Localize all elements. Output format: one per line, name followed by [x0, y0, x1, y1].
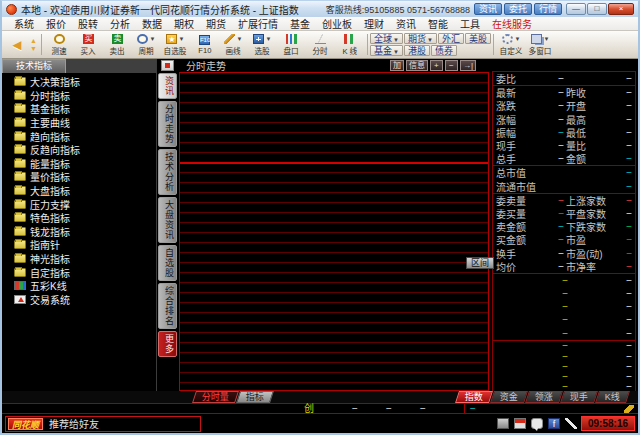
- toolbar-tool-button[interactable]: ★▼ 自选股: [162, 33, 189, 56]
- quote-mini-tab[interactable]: 指数: [455, 391, 493, 403]
- tree-item[interactable]: 交易系统: [14, 293, 156, 307]
- tree-item[interactable]: 趋向指标: [14, 129, 156, 143]
- down-icon[interactable]: ▼: [30, 45, 37, 53]
- chart-header-button[interactable]: 加: [390, 60, 404, 71]
- titlebar-quick-button[interactable]: 资讯: [474, 3, 502, 15]
- toolbar-tool-button[interactable]: ▼ 周期: [133, 33, 160, 56]
- tree-item[interactable]: 基金指标: [14, 102, 156, 116]
- menu-item[interactable]: 理财: [358, 16, 390, 31]
- menu-item[interactable]: 工具: [454, 16, 486, 31]
- tab-technical-indicators[interactable]: 技术指标: [2, 59, 66, 73]
- market-button[interactable]: 债券▼: [431, 45, 457, 56]
- market-button[interactable]: 外汇▼: [438, 33, 464, 44]
- menu-item[interactable]: 智能: [422, 16, 454, 31]
- statusbar: 同花顺 推荐给好友 f 09:58:16: [2, 414, 638, 433]
- market-button[interactable]: 期货▼: [404, 33, 437, 44]
- close-button[interactable]: ×: [608, 3, 634, 15]
- tree-item[interactable]: 钱龙指标: [14, 225, 156, 239]
- folder-icon: [14, 227, 26, 236]
- tree-item[interactable]: 分时指标: [14, 89, 156, 103]
- chart-header-button[interactable]: −: [445, 60, 458, 71]
- hotline-text: 客服热线:95105885 0571-56768888: [326, 3, 470, 16]
- back-icon[interactable]: ◄: [6, 35, 28, 55]
- toolbar-tool-button[interactable]: ▼ 多窗口: [527, 33, 554, 56]
- news-icon[interactable]: [161, 60, 174, 71]
- order-row: − −: [493, 300, 635, 313]
- toolbar-tool-button[interactable]: 卖▼ 卖出: [104, 33, 131, 56]
- tree-item[interactable]: 压力支撑: [14, 197, 156, 211]
- quote-value: −: [622, 114, 632, 125]
- up-icon[interactable]: ▲: [30, 37, 37, 45]
- titlebar-quick-button[interactable]: 委托: [504, 3, 532, 15]
- maximize-button[interactable]: □: [587, 3, 607, 15]
- menu-item[interactable]: 基金: [284, 16, 316, 31]
- ticker-value: −: [352, 403, 358, 414]
- toolbar-tool-button[interactable]: ▼ 画线: [220, 33, 247, 56]
- menu-item[interactable]: 系统: [8, 16, 40, 31]
- view-tab[interactable]: 综合排名: [158, 283, 177, 329]
- forum-icon[interactable]: f: [548, 418, 560, 429]
- chart-bottom-tab[interactable]: 分时量: [192, 391, 239, 403]
- intraday-chart[interactable]: 区间: [179, 72, 489, 391]
- folder-icon: [14, 118, 26, 127]
- view-tab[interactable]: 分时走势: [158, 101, 177, 147]
- printer-icon[interactable]: [497, 418, 509, 429]
- menu-item[interactable]: 数据: [136, 16, 168, 31]
- chart-header-button[interactable]: →|: [460, 60, 476, 71]
- menu-item[interactable]: 分析: [104, 16, 136, 31]
- chart-header-button[interactable]: +: [430, 60, 443, 71]
- view-tab[interactable]: 自选股: [158, 245, 177, 281]
- menu-item[interactable]: 资讯: [390, 16, 422, 31]
- pen-icon[interactable]: [565, 418, 577, 429]
- view-tab[interactable]: 大盘资讯: [158, 197, 177, 243]
- menu-item[interactable]: 创业板: [316, 16, 358, 31]
- quote-mini-tab[interactable]: 领涨: [525, 391, 563, 403]
- tree-item[interactable]: 神光指标: [14, 252, 156, 266]
- menu-item[interactable]: 股转: [72, 16, 104, 31]
- tree-item[interactable]: 大盘指标: [14, 184, 156, 198]
- view-tab[interactable]: 技术分析: [158, 149, 177, 195]
- chart-bottom-tab[interactable]: 指标: [236, 391, 274, 403]
- tree-item[interactable]: 指南针: [14, 238, 156, 252]
- view-tab[interactable]: 资讯: [158, 73, 177, 99]
- toolbar-tool-button[interactable]: ▼ 自定义: [498, 33, 525, 56]
- range-button[interactable]: 区间: [466, 257, 494, 269]
- tree-item[interactable]: 反趋向指标: [14, 143, 156, 157]
- toolbar-tool-button[interactable]: 买▼ 买入: [75, 33, 102, 56]
- menu-item[interactable]: 扩展行情: [232, 16, 284, 31]
- toolbar-tool-button[interactable]: ▼ 选股: [249, 33, 276, 56]
- toolbar-tool-button[interactable]: F10▼ F10: [191, 34, 218, 55]
- tree-item[interactable]: 大决策指标: [14, 75, 156, 89]
- menu-item[interactable]: 报价: [40, 16, 72, 31]
- toolbar-tool-button[interactable]: ▼ 测速: [46, 33, 73, 56]
- chart-header-button[interactable]: 信息: [406, 60, 428, 71]
- promo-link[interactable]: 推荐给好友: [49, 416, 99, 431]
- tool-icon: F10: [199, 35, 210, 45]
- menu-item[interactable]: 在线服务: [486, 16, 538, 31]
- market-button[interactable]: 美股▼: [465, 33, 491, 44]
- calendar-icon[interactable]: [514, 418, 526, 429]
- tree-item[interactable]: 特色指标: [14, 211, 156, 225]
- toolbar-tool-button[interactable]: ▼ 盘口: [278, 33, 305, 56]
- menu-item[interactable]: 期权: [168, 16, 200, 31]
- wrench-icon[interactable]: [624, 405, 634, 413]
- minimize-button[interactable]: —: [566, 3, 586, 15]
- menu-item[interactable]: 期货: [200, 16, 232, 31]
- titlebar-quick-button[interactable]: 行情: [534, 3, 562, 15]
- market-button[interactable]: 基金▼: [370, 45, 403, 56]
- tree-item[interactable]: 量价指标: [14, 170, 156, 184]
- market-button[interactable]: 全球▼: [370, 33, 403, 44]
- quote-mini-tab[interactable]: K线: [595, 391, 630, 403]
- market-button[interactable]: 港股▼: [404, 45, 430, 56]
- quote-mini-tab[interactable]: 资金: [490, 391, 528, 403]
- quote-mini-tab[interactable]: 现手: [560, 391, 598, 403]
- tree-item[interactable]: 能量指标: [14, 157, 156, 171]
- toolbar-tool-button[interactable]: ▼ K 线: [336, 33, 363, 56]
- tree-item[interactable]: 自定指标: [14, 265, 156, 279]
- tree-item[interactable]: 五彩K线: [14, 279, 156, 293]
- toolbar-tool-button[interactable]: ▼ 分时: [307, 33, 334, 56]
- view-tab[interactable]: 更多: [158, 331, 177, 357]
- chat-icon[interactable]: [531, 418, 543, 429]
- tree-item[interactable]: 主要曲线: [14, 116, 156, 130]
- quote-row: 均价 − 市净率 −: [493, 260, 635, 273]
